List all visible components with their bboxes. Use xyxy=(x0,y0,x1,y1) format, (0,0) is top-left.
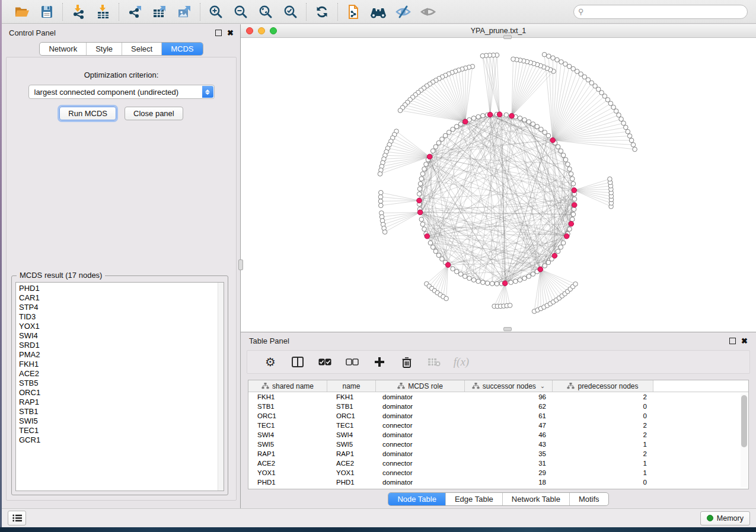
import-table-icon xyxy=(95,4,111,20)
add-column-button[interactable] xyxy=(373,355,386,368)
mcds-result-item[interactable]: SWI4 xyxy=(16,331,224,341)
table-cell: SWI4 xyxy=(327,431,376,438)
close-table-panel-icon[interactable]: ✖ xyxy=(741,338,748,344)
mcds-result-item[interactable]: CAR1 xyxy=(16,293,224,303)
column-header-successor-nodes[interactable]: successor nodes⌄ xyxy=(465,380,553,392)
mcds-result-item[interactable]: RAP1 xyxy=(16,398,224,407)
zoom-in-button[interactable] xyxy=(206,3,225,21)
mcds-result-item[interactable]: FKH1 xyxy=(16,360,224,369)
plus-icon xyxy=(374,357,385,367)
list-icon xyxy=(12,514,22,522)
mcds-result-item[interactable]: ACE2 xyxy=(16,369,224,379)
table-row[interactable]: STB1STB1dominator620 xyxy=(248,402,748,411)
zoom-selected-button[interactable] xyxy=(281,3,300,21)
table-cell: YOX1 xyxy=(327,469,376,476)
table-row[interactable]: SWI4SWI4dominator462 xyxy=(248,430,748,440)
vertical-splitter-grip[interactable] xyxy=(238,259,243,270)
mcds-result-list[interactable]: PHD1CAR1STP4TID3YOX1SWI4SRD1PMA2FKH1ACE2… xyxy=(15,282,224,491)
export-network-button[interactable] xyxy=(125,3,144,21)
column-header-shared-name[interactable]: shared name xyxy=(248,380,327,392)
export-image-button[interactable] xyxy=(175,3,194,21)
export-table-button[interactable] xyxy=(150,3,169,21)
delete-column-button[interactable] xyxy=(400,355,413,368)
delete-table-button-disabled[interactable] xyxy=(428,355,441,368)
tab-style[interactable]: Style xyxy=(86,43,122,55)
first-neighbors-button[interactable] xyxy=(369,3,388,21)
apply-function-button-disabled[interactable]: f(x) xyxy=(455,355,468,368)
save-session-button[interactable] xyxy=(37,3,56,21)
column-type-icon xyxy=(567,383,575,389)
mcds-result-item[interactable]: TID3 xyxy=(16,312,224,322)
mcds-result-item[interactable]: GCR1 xyxy=(16,435,224,445)
show-all-button[interactable] xyxy=(419,3,438,21)
refresh-layout-icon xyxy=(314,4,330,20)
table-cell: 62 xyxy=(465,403,553,410)
table-row[interactable]: YOX1YOX1connector291 xyxy=(248,468,748,477)
import-table-button[interactable] xyxy=(94,3,113,21)
tab-network[interactable]: Network xyxy=(40,43,86,55)
table-row[interactable]: RAP1RAP1dominator352 xyxy=(248,449,748,459)
float-table-panel-icon[interactable] xyxy=(729,338,736,344)
table-scrollbar-thumb[interactable] xyxy=(741,395,747,447)
table-settings-button[interactable]: ⚙ xyxy=(264,355,277,368)
zoom-out-button[interactable] xyxy=(231,3,250,21)
mcds-result-item[interactable]: PHD1 xyxy=(16,284,224,293)
table-row[interactable]: ACE2ACE2connector311 xyxy=(248,459,748,468)
table-row[interactable]: FKH1FKH1dominator962 xyxy=(248,392,748,402)
show-columns-button[interactable] xyxy=(291,355,304,368)
optimization-criterion-select[interactable]: largest connected component (undirected) xyxy=(28,85,215,99)
column-header-name[interactable]: name xyxy=(327,380,376,392)
table-row[interactable]: TEC1TEC1connector472 xyxy=(248,421,748,430)
column-header-MCDS-role[interactable]: MCDS role xyxy=(376,380,465,392)
memory-button[interactable]: Memory xyxy=(700,511,750,525)
deselect-all-button[interactable] xyxy=(346,355,359,368)
mcds-result-item[interactable]: SRD1 xyxy=(16,341,224,350)
float-panel-icon[interactable] xyxy=(215,30,222,36)
close-panel-icon[interactable]: ✖ xyxy=(227,30,234,36)
tab-mcds[interactable]: MCDS xyxy=(161,43,202,55)
table-tab-edge-table[interactable]: Edge Table xyxy=(445,493,502,505)
show-panels-button[interactable] xyxy=(8,511,26,525)
table-tab-network-table[interactable]: Network Table xyxy=(502,493,569,505)
mcds-list-scrollbar[interactable] xyxy=(218,283,224,491)
hide-selected-button[interactable] xyxy=(394,3,413,21)
table-toolbar: ⚙ xyxy=(247,350,750,374)
mcds-result-item[interactable]: TEC1 xyxy=(16,426,224,435)
tab-select[interactable]: Select xyxy=(122,43,161,55)
open-session-button[interactable] xyxy=(12,3,31,21)
mcds-result-item[interactable]: SWI5 xyxy=(16,416,224,426)
search-input[interactable] xyxy=(573,5,748,19)
select-all-button[interactable] xyxy=(318,355,331,368)
column-type-icon xyxy=(397,383,405,389)
mcds-result-title: MCDS result (17 nodes) xyxy=(17,271,105,280)
control-panel-title: Control Panel xyxy=(9,28,56,37)
table-row[interactable]: ORC1ORC1dominator610 xyxy=(248,411,748,421)
mcds-result-item[interactable]: PMA2 xyxy=(16,350,224,360)
mcds-result-item[interactable]: STP4 xyxy=(16,303,224,312)
import-network-button[interactable] xyxy=(69,3,88,21)
table-scrollbar[interactable] xyxy=(741,393,748,488)
table-tab-node-table[interactable]: Node Table xyxy=(388,493,445,505)
split-expand-grip-bottom[interactable] xyxy=(503,327,512,331)
table-row[interactable]: PHD1PHD1dominator180 xyxy=(248,477,748,487)
network-window-titlebar[interactable]: YPA_prune.txt_1 xyxy=(241,24,756,38)
new-network-from-selection-button[interactable] xyxy=(344,3,363,21)
zoom-fit-button[interactable] xyxy=(256,3,275,21)
close-panel-button[interactable]: Close panel xyxy=(125,107,183,120)
split-expand-grip-top[interactable] xyxy=(503,35,512,39)
table-panel-title: Table Panel xyxy=(249,336,289,345)
binoculars-icon xyxy=(369,4,387,20)
gear-icon: ⚙ xyxy=(265,356,276,368)
table-row[interactable]: SWI5SWI5connector431 xyxy=(248,440,748,449)
column-header-predecessor-nodes[interactable]: predecessor nodes xyxy=(553,380,653,392)
mcds-result-item[interactable]: YOX1 xyxy=(16,322,224,331)
table-cell: 29 xyxy=(465,469,553,476)
mcds-result-item[interactable]: ORC1 xyxy=(16,388,224,398)
search-field-wrap: ⚲ xyxy=(573,5,748,19)
run-mcds-button[interactable]: Run MCDS xyxy=(59,107,116,120)
apply-layout-button[interactable] xyxy=(312,3,331,21)
network-canvas[interactable] xyxy=(241,38,756,332)
mcds-result-item[interactable]: STB1 xyxy=(16,407,224,416)
mcds-result-item[interactable]: STB5 xyxy=(16,379,224,388)
table-tab-motifs[interactable]: Motifs xyxy=(569,493,608,505)
